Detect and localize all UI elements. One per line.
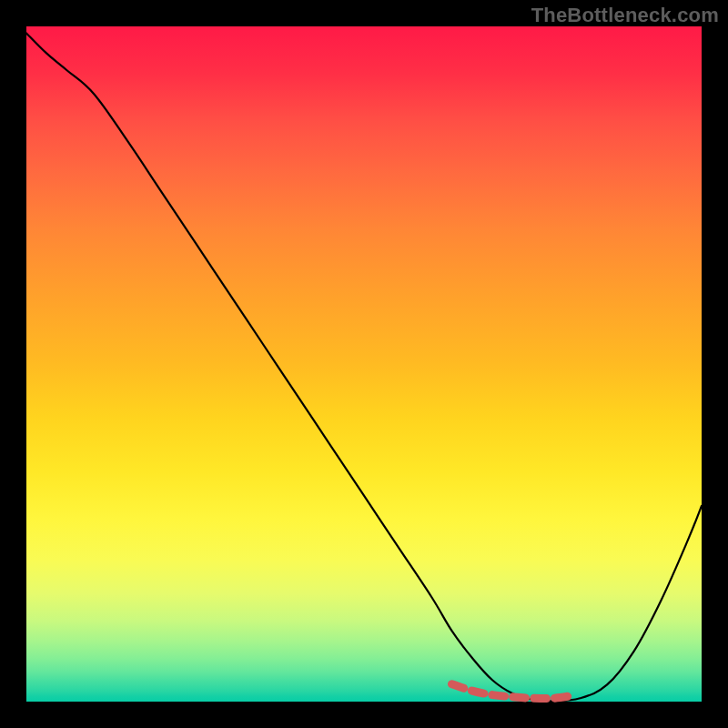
- valley-highlight-line: [451, 684, 573, 699]
- chart-container: TheBottleneck.com: [0, 0, 728, 728]
- watermark-text: TheBottleneck.com: [531, 4, 719, 27]
- plot-area: [26, 26, 702, 702]
- chart-svg: [26, 26, 702, 702]
- bottleneck-curve-line: [26, 33, 702, 701]
